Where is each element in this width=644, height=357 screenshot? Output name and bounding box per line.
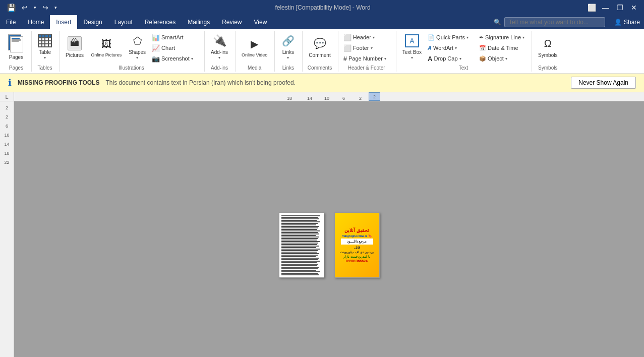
ad-site: Tahghighonline.ir 🔖	[342, 234, 372, 237]
ribbon-group-header-footer: ⬜ Header ▾ ⬜ Footer ▾ # Page Number ▾ He…	[339, 31, 396, 72]
links-group-content: 🔗 Links ▾	[278, 32, 298, 64]
menu-layout[interactable]: Layout	[108, 15, 139, 29]
maximize-button[interactable]: ❐	[615, 3, 625, 13]
links-button[interactable]: 🔗 Links ▾	[278, 32, 298, 63]
window-controls: ⬜ — ❐ ✕	[587, 3, 639, 13]
addins-group-label: Add-ins	[208, 65, 231, 71]
smartart-icon: 📊	[152, 34, 160, 41]
customize-button[interactable]: ▾	[52, 4, 59, 11]
online-video-button[interactable]: ▶ Online Video	[239, 32, 270, 63]
comment-button[interactable]: 💬 Comment	[306, 32, 333, 63]
textbox-button[interactable]: A Text Box ▾	[399, 32, 425, 63]
header-icon: ⬜	[343, 34, 352, 41]
vrule-14: 14	[4, 140, 9, 149]
ruler-mark-6: 6	[335, 96, 352, 101]
close-button[interactable]: ✕	[629, 3, 639, 13]
footer-icon: ⬜	[343, 44, 352, 52]
page-container: تحقیق آنلاین Tahghighonline.ir 🔖 مرجع دا…	[279, 212, 380, 278]
ruler-mark-2b: 2	[369, 92, 380, 101]
datetime-label: Date & Time	[488, 45, 518, 51]
object-dropdown: ▾	[505, 56, 507, 61]
menu-references[interactable]: References	[139, 15, 182, 29]
restore-window-button[interactable]: ⬜	[587, 3, 597, 13]
pictures-label: Pictures	[66, 52, 84, 58]
footer-button[interactable]: ⬜ Footer ▾	[341, 43, 392, 53]
table-dropdown-arrow: ▾	[44, 55, 46, 61]
table-button[interactable]: Table ▾	[35, 32, 55, 63]
comments-group-label: Comments	[306, 65, 333, 71]
menu-view[interactable]: View	[248, 15, 273, 29]
text-group-content: A Text Box ▾ 📄 Quick Parts ▾ A WordArt ▾…	[399, 32, 528, 64]
main-area: 2 2 6 10 14 18 22	[0, 101, 644, 357]
document-canvas[interactable]: تحقیق آنلاین Tahghighonline.ir 🔖 مرجع دا…	[14, 101, 644, 357]
symbols-button[interactable]: Ω Symbols	[535, 32, 560, 63]
notification-icon: ℹ	[8, 77, 12, 88]
minimize-button[interactable]: —	[601, 3, 611, 13]
menu-review[interactable]: Review	[216, 15, 248, 29]
datetime-button[interactable]: 📅 Date & Time	[477, 43, 528, 53]
quick-parts-dropdown: ▾	[466, 35, 469, 40]
signature-button[interactable]: ✒ Signature Line ▾	[477, 32, 528, 42]
pictures-icon: 🏔	[68, 36, 82, 50]
page-number-dropdown: ▾	[384, 56, 386, 61]
ribbon-group-media: ▶ Online Video Media	[237, 31, 275, 72]
title-bar-left: 💾 ↩ ▾ ↪ ▾	[5, 3, 59, 13]
drop-cap-dropdown: ▾	[459, 56, 461, 61]
search-input[interactable]	[504, 17, 605, 27]
chart-icon: 📈	[152, 44, 160, 52]
smartart-button[interactable]: 📊 SmartArt	[150, 32, 200, 42]
object-button[interactable]: 📦 Object ▾	[477, 53, 528, 64]
shapes-button[interactable]: ⬠ Shapes ▾	[126, 32, 149, 63]
tables-group-content: Table ▾	[35, 32, 55, 64]
illustrations-col2: 📊 SmartArt 📈 Chart 📷 Screenshot ▾	[150, 32, 200, 64]
object-icon: 📦	[479, 55, 486, 62]
online-pictures-label: Online Pictures	[91, 53, 122, 58]
menu-insert[interactable]: Insert	[50, 15, 77, 29]
vrule-10: 10	[4, 131, 9, 140]
quick-parts-button[interactable]: 📄 Quick Parts ▾	[426, 32, 476, 42]
document-page-1	[279, 212, 324, 278]
object-label: Object	[488, 55, 504, 62]
symbols-group-label: Symbols	[535, 65, 560, 71]
links-dropdown: ▾	[287, 55, 289, 61]
never-show-again-button[interactable]: Never Show Again	[571, 77, 636, 89]
ribbon-group-text: A Text Box ▾ 📄 Quick Parts ▾ A WordArt ▾…	[397, 31, 532, 72]
menu-design[interactable]: Design	[77, 15, 108, 29]
undo-button[interactable]: ↩	[20, 3, 30, 13]
header-footer-group-content: ⬜ Header ▾ ⬜ Footer ▾ # Page Number ▾	[341, 32, 392, 64]
menu-mailings[interactable]: Mailings	[182, 15, 216, 29]
chart-button[interactable]: 📈 Chart	[150, 43, 200, 53]
menu-home[interactable]: Home	[22, 15, 50, 29]
symbols-icon: Ω	[541, 36, 555, 50]
corner-ruler: L	[0, 92, 14, 101]
text-group-label: Text	[399, 65, 528, 71]
chart-label: Chart	[161, 45, 175, 51]
header-footer-col: ⬜ Header ▾ ⬜ Footer ▾ # Page Number ▾	[341, 32, 392, 64]
menu-file[interactable]: File	[0, 15, 22, 29]
addins-button[interactable]: 🔌 Add-ins ▾	[208, 32, 231, 63]
pages-button[interactable]: Pages	[5, 32, 27, 63]
ribbon: Pages Pages	[0, 29, 644, 74]
page-number-button[interactable]: # Page Number ▾	[341, 53, 392, 64]
quick-parts-icon: 📄	[428, 34, 435, 41]
save-button[interactable]: 💾	[5, 3, 18, 13]
share-button[interactable]: 👤 Share	[610, 15, 644, 29]
text-col2: ✒ Signature Line ▾ 📅 Date & Time 📦 Objec…	[477, 32, 528, 64]
online-pictures-button[interactable]: 🖼 Online Pictures	[88, 32, 125, 63]
pages-label: Pages	[9, 54, 23, 61]
person-icon: 👤	[614, 19, 622, 26]
screenshot-button[interactable]: 📷 Screenshot ▾	[150, 53, 200, 64]
wordart-dropdown: ▾	[455, 46, 457, 50]
ruler-mark-18: 18	[278, 96, 301, 101]
undo-dropdown[interactable]: ▾	[32, 4, 38, 11]
comment-label: Comment	[309, 52, 330, 58]
ad-phone: 09981366624	[346, 259, 368, 263]
redo-button[interactable]: ↪	[40, 3, 50, 13]
ruler-area: L 18 14 10 6 2 2	[0, 92, 644, 101]
pictures-button[interactable]: 🏔 Pictures	[63, 32, 87, 63]
header-button[interactable]: ⬜ Header ▾	[341, 32, 392, 42]
illustrations-group-label: Illustrations	[63, 65, 200, 71]
ribbon-group-tables: Table ▾ Tables	[33, 31, 60, 72]
drop-cap-button[interactable]: A Drop Cap ▾	[426, 53, 476, 64]
wordart-button[interactable]: A WordArt ▾	[426, 43, 476, 53]
